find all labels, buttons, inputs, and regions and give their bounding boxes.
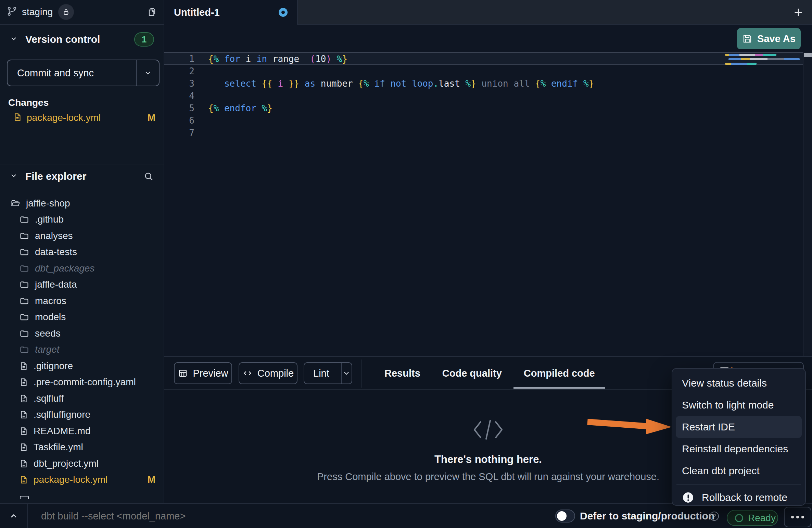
code-line-7: 7	[164, 127, 812, 139]
preview-label: Preview	[193, 368, 228, 379]
tree-item-target[interactable]: target	[0, 342, 164, 358]
menu-divider	[676, 484, 801, 485]
minimap[interactable]	[725, 54, 801, 67]
tree-item-macros[interactable]: macros	[0, 293, 164, 309]
alert-circle-icon	[682, 491, 694, 504]
tree-item-models[interactable]: models	[0, 309, 164, 326]
lint-dropdown[interactable]	[341, 363, 352, 384]
tab-code-quality[interactable]: Code quality	[442, 357, 502, 390]
folder-icon	[19, 296, 29, 306]
new-tab-plus-icon[interactable]	[792, 6, 804, 18]
changes-count-badge: 1	[134, 32, 154, 47]
compile-button[interactable]: Compile	[239, 362, 297, 384]
dbt-cloud-ide: staging Version control 1 Commit and syn…	[0, 0, 812, 528]
annotation-arrow	[586, 418, 672, 436]
tree-item-package-lock.yml[interactable]: package-lock.ymlM	[0, 472, 164, 488]
menu-item-reinstall-dependencies[interactable]: Reinstall dependencies	[672, 438, 805, 460]
line-number: 6	[164, 115, 194, 126]
code-editor[interactable]: 1{% for i in range (10) %}23 select {{ i…	[164, 52, 812, 356]
file-icon	[19, 426, 28, 436]
file-icon	[19, 475, 28, 485]
folder-icon	[19, 264, 29, 273]
save-as-button[interactable]: Save As	[737, 28, 801, 49]
toggle-knob	[557, 511, 567, 521]
menu-item-restart-ide[interactable]: Restart IDE	[676, 416, 802, 438]
line-number: 5	[164, 103, 194, 113]
commit-options-dropdown[interactable]	[136, 60, 159, 86]
tree-item-.sqlfluff[interactable]: .sqlfluff	[0, 390, 164, 407]
results-tabs: ResultsCode qualityCompiled code	[384, 357, 595, 390]
code-line-6: 6	[164, 114, 812, 127]
tab-results[interactable]: Results	[384, 357, 420, 390]
command-input[interactable]	[41, 504, 486, 528]
folder-icon	[19, 231, 29, 241]
tab-compiled-code[interactable]: Compiled code	[524, 357, 595, 390]
folder-icon	[19, 280, 29, 289]
tree-item-.github[interactable]: .github	[0, 212, 164, 228]
code-slash-icon	[472, 419, 505, 442]
file-icon	[19, 393, 28, 404]
file-icon	[19, 361, 28, 371]
preview-button[interactable]: Preview	[174, 362, 232, 384]
changes-heading: Changes	[8, 97, 49, 108]
tree-item-.gitignore[interactable]: .gitignore	[0, 358, 164, 374]
toolbar-divider	[361, 360, 362, 388]
folder-icon	[19, 247, 29, 257]
commit-and-sync-label: Commit and sync	[8, 67, 94, 79]
folder-open-icon	[10, 199, 21, 208]
line-number: 7	[164, 128, 194, 138]
search-icon[interactable]	[143, 171, 154, 182]
lint-button[interactable]: Lint	[304, 362, 352, 384]
menu-item-switch-to-light-mode[interactable]: Switch to light mode	[672, 394, 805, 416]
editor-toolbar: Save As	[164, 25, 812, 52]
chevron-up-icon	[9, 511, 18, 521]
lock-icon	[58, 4, 74, 20]
file-icon	[19, 410, 28, 420]
branch-name[interactable]: staging	[22, 7, 53, 17]
tree-item-.sqlfluffignore[interactable]: .sqlfluffignore	[0, 407, 164, 423]
menu-item-clean-dbt-project[interactable]: Clean dbt project	[672, 460, 805, 482]
clipped-file-icon	[20, 496, 29, 499]
status-ready-badge[interactable]: Ready	[727, 510, 778, 526]
tree-item-jaffle-data[interactable]: jaffle-data	[0, 277, 164, 293]
collapse-panel-button[interactable]	[0, 504, 28, 528]
chevron-down-icon	[10, 172, 18, 181]
changed-file-package-lock.yml[interactable]: package-lock.ymlM	[0, 110, 164, 125]
changes-list: package-lock.ymlM	[0, 110, 164, 125]
code-lines: 1{% for i in range (10) %}23 select {{ i…	[164, 53, 812, 139]
version-control-header[interactable]: Version control 1	[0, 31, 164, 48]
defer-toggle[interactable]	[555, 510, 575, 523]
compile-label: Compile	[257, 368, 294, 379]
line-number: 2	[164, 66, 194, 76]
code-line-5: 5{% endfor %}	[164, 102, 812, 114]
tree-item-seeds[interactable]: seeds	[0, 325, 164, 342]
folder-icon	[19, 329, 29, 338]
menu-item-view-status-details[interactable]: View status details	[672, 372, 805, 394]
tree-item-.pre-commit-config.yaml[interactable]: .pre-commit-config.yaml	[0, 374, 164, 391]
tree-item-dbt_packages[interactable]: dbt_packages	[0, 260, 164, 277]
code-line-2: 2	[164, 65, 812, 77]
tree-item-Taskfile.yml[interactable]: Taskfile.yml	[0, 439, 164, 456]
question-circle-icon[interactable]: ?	[710, 512, 719, 521]
tree-item-data-tests[interactable]: data-tests	[0, 244, 164, 261]
commit-and-sync-button[interactable]: Commit and sync	[7, 60, 160, 86]
chevron-down-icon	[144, 69, 152, 77]
vertical-scrollbar[interactable]	[803, 52, 812, 356]
copy-files-icon[interactable]	[146, 7, 157, 17]
tree-item-dbt_project.yml[interactable]: dbt_project.yml	[0, 455, 164, 472]
chevron-down-icon	[10, 35, 18, 44]
folder-icon	[19, 215, 29, 224]
file-icon	[19, 377, 28, 387]
tab-untitled-1[interactable]: Untitled-1	[164, 0, 298, 25]
tree-item-analyses[interactable]: analyses	[0, 228, 164, 244]
menu-item-rollback-to-remote[interactable]: Rollback to remote	[672, 487, 805, 508]
ready-status-icon	[735, 514, 743, 522]
scrollbar-thumb[interactable]	[804, 53, 812, 57]
file-icon	[13, 112, 22, 124]
ide-options-menu: View status detailsSwitch to light modeR…	[672, 368, 806, 506]
file-explorer-header[interactable]: File explorer	[0, 164, 164, 181]
line-number: 1	[164, 54, 194, 64]
overflow-menu-button[interactable]	[784, 507, 811, 527]
tree-item-jaffle-shop[interactable]: jaffle-shop	[0, 195, 164, 212]
tree-item-README.md[interactable]: README.md	[0, 423, 164, 439]
